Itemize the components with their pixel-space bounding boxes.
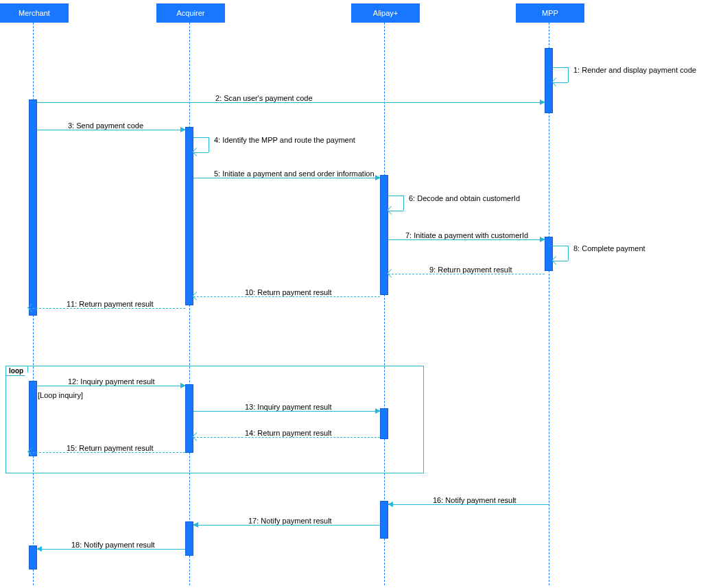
message-label: 11: Return payment result <box>67 300 154 308</box>
sequence-diagram: Merchant Acquirer Alipay+ MPP 1: Render … <box>0 0 701 588</box>
message: 18: Notify payment result <box>37 541 185 552</box>
message-label: 18: Notify payment result <box>71 541 155 549</box>
message-label: 8: Complete payment <box>573 244 645 252</box>
return-message: 14: Return payment result <box>193 429 380 440</box>
message: 17: Notify payment result <box>193 517 380 528</box>
message-label: 12: Inquiry payment result <box>68 377 155 386</box>
frame-guard: [Loop inquiry] <box>38 391 83 399</box>
participant-label: MPP <box>542 9 558 17</box>
message-label: 7: Initiate a payment with customerId <box>405 231 528 239</box>
message: 5: Initiate a payment and send order inf… <box>193 169 380 180</box>
message-label: 15: Return payment result <box>67 444 154 452</box>
message-label: 10: Return payment result <box>245 288 332 296</box>
activation <box>29 99 37 316</box>
message-label: 5: Initiate a payment and send order inf… <box>214 169 375 178</box>
message-label: 3: Send payment code <box>68 121 143 130</box>
message: 16: Notify payment result <box>388 496 549 507</box>
return-message: 9: Return payment result <box>388 266 545 277</box>
message: 12: Inquiry payment result <box>37 377 185 388</box>
message-label: 13: Inquiry payment result <box>245 403 332 411</box>
message-label: 6: Decode and obtain customerId <box>409 194 520 202</box>
return-message: 10: Return payment result <box>193 288 380 299</box>
message: 2: Scan user's payment code <box>37 94 545 105</box>
message: 13: Inquiry payment result <box>193 403 380 414</box>
participant-label: Alipay+ <box>373 9 398 17</box>
participant-merchant: Merchant <box>0 3 69 23</box>
message-label: 17: Notify payment result <box>248 517 332 525</box>
activation <box>185 127 193 305</box>
message: 7: Initiate a payment with customerId <box>388 231 545 242</box>
message-label: 1: Render and display payment code <box>573 66 696 74</box>
message-label: 9: Return payment result <box>429 266 512 274</box>
participant-label: Acquirer <box>177 9 205 17</box>
activation <box>545 237 553 271</box>
activation <box>380 175 388 295</box>
participant-mpp: MPP <box>516 3 584 23</box>
participant-label: Merchant <box>19 9 50 17</box>
message-label: 14: Return payment result <box>245 429 332 437</box>
return-message: 11: Return payment result <box>29 300 185 311</box>
frame-label: loop <box>5 366 28 376</box>
message-label: 2: Scan user's payment code <box>215 94 313 102</box>
message: 3: Send payment code <box>37 121 185 132</box>
participant-acquirer: Acquirer <box>156 3 225 23</box>
participant-alipay: Alipay+ <box>351 3 420 23</box>
message-label: 4: Identify the MPP and route the paymen… <box>214 136 355 144</box>
message-label: 16: Notify payment result <box>433 496 516 504</box>
return-message: 15: Return payment result <box>29 444 185 455</box>
